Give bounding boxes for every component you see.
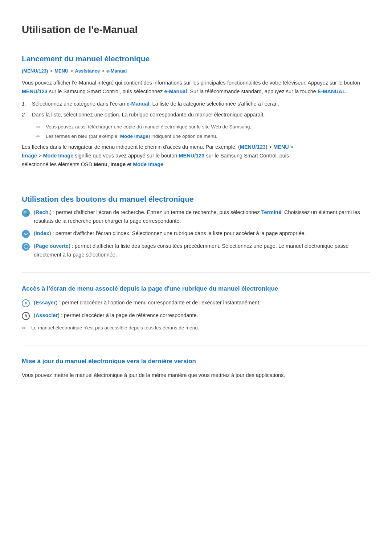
subsection-title-update: Mise à jour du manuel électronique vers … [22, 356, 370, 366]
note-icon-1: ✏ [36, 123, 44, 131]
button-associer-text: (Associer) : permet d'accéder à la page … [34, 311, 198, 320]
icon-assoc-wrap: ✎ [22, 312, 32, 320]
breadcrumb-emanual: e-Manual [106, 68, 127, 74]
section-title-lancement: Lancement du manuel électronique [22, 53, 370, 65]
step-1-num: 1. [22, 100, 32, 108]
button-associer: ✎ (Associer) : permet d'accéder à la pag… [22, 311, 370, 320]
page-title: Utilisation de l'e-Manual [22, 22, 370, 38]
lancement-steps: 1. Sélectionnez une catégorie dans l'écr… [22, 100, 370, 119]
try-icon: ✎ [22, 299, 30, 307]
button-page-ouverte: ◯ (Page ouverte) : permet d'afficher la … [22, 242, 370, 259]
note-icon-acces: ✏ [22, 324, 30, 332]
divider-2 [22, 272, 370, 273]
button-page-ouverte-text: (Page ouverte) : permet d'afficher la li… [34, 242, 370, 259]
button-index: AZ (Index) : permet d'afficher l'écran d… [22, 229, 370, 238]
icon-try-wrap: ✎ [22, 299, 32, 308]
breadcrumb-chevron2: > [70, 69, 74, 74]
breadcrumb: (MENU/123) > MENU > Assistance > e-Manua… [22, 67, 370, 75]
breadcrumb-assistance: Assistance [75, 68, 100, 74]
icon-index-wrap: AZ [22, 230, 32, 238]
note-2-text: Les termes en bleu (par exemple, Mode Im… [46, 132, 217, 140]
lancement-intro: Vous pouvez afficher l'e-Manual intégré … [22, 79, 370, 96]
section-mise-a-jour: Mise à jour du manuel électronique vers … [22, 356, 370, 380]
button-rech-text: (Rech.) : permet d'afficher l'écran de r… [34, 208, 370, 226]
section-acces: Accès à l'écran de menu associé depuis l… [22, 284, 370, 332]
note-2: ✏ Les termes en bleu (par exemple, Mode … [36, 132, 370, 140]
divider-3 [22, 345, 370, 345]
lancement-footer: Les flèches dans le navigateur de menu i… [22, 143, 370, 169]
breadcrumb-chevron3: > [102, 69, 106, 74]
note-icon-2: ✏ [36, 132, 44, 140]
subsection-title-acces: Accès à l'écran de menu associé depuis l… [22, 284, 370, 294]
icon-rech-wrap: 🔍 [22, 209, 32, 217]
step-2-num: 2. [22, 111, 32, 119]
step-2-text: Dans la liste, sélectionnez une option. … [32, 111, 265, 119]
section-title-boutons: Utilisation des boutons du manuel électr… [22, 193, 370, 205]
acces-note-text: Le manuel électronique n'est pas accessi… [31, 324, 199, 332]
button-rech: 🔍 (Rech.) : permet d'afficher l'écran de… [22, 208, 370, 226]
lancement-notes: ✏ Vous pouvez aussi télécharger une copi… [36, 123, 370, 141]
update-text: Vous pouvez mettre le manuel électroniqu… [22, 371, 370, 380]
acces-note-1: ✏ Le manuel électronique n'est pas acces… [22, 324, 370, 332]
section-lancement: Lancement du manuel électronique (MENU/1… [22, 53, 370, 169]
note-1: ✏ Vous pouvez aussi télécharger une copi… [36, 123, 370, 131]
button-essayer: ✎ (Essayer) : permet d'accéder à l'optio… [22, 299, 370, 308]
history-icon: ◯ [22, 243, 30, 251]
search-icon: 🔍 [22, 209, 30, 217]
assoc-icon: ✎ [22, 312, 30, 320]
step-2: 2. Dans la liste, sélectionnez une optio… [22, 111, 370, 119]
breadcrumb-chevron1: > [50, 69, 54, 74]
button-essayer-text: (Essayer) : permet d'accéder à l'option … [34, 299, 261, 307]
step-1-text: Sélectionnez une catégorie dans l'écran … [32, 100, 279, 108]
divider-1 [22, 182, 370, 182]
note-1-text: Vous pouvez aussi télécharger une copie … [46, 123, 251, 131]
breadcrumb-menu123: (MENU/123) [22, 68, 48, 74]
button-index-text: (Index) : permet d'afficher l'écran d'in… [34, 229, 306, 238]
icon-history-wrap: ◯ [22, 242, 32, 251]
step-1: 1. Sélectionnez une catégorie dans l'écr… [22, 100, 370, 108]
breadcrumb-menu: MENU [54, 68, 68, 74]
index-icon: AZ [22, 230, 30, 238]
acces-notes: ✏ Le manuel électronique n'est pas acces… [22, 324, 370, 332]
section-boutons: Utilisation des boutons du manuel électr… [22, 193, 370, 259]
